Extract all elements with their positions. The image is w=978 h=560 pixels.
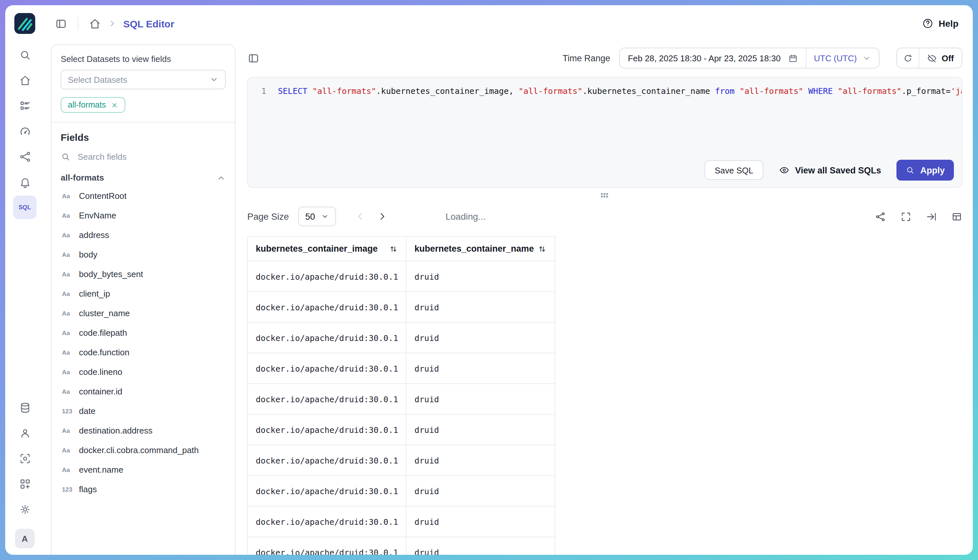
live-off-toggle[interactable]: Off — [919, 48, 962, 68]
field-list-item[interactable]: Aa code.lineno — [61, 362, 226, 382]
table-cell[interactable]: druid — [406, 384, 555, 414]
apps-grid-icon[interactable] — [13, 472, 37, 495]
field-list-item[interactable]: Aa event.name — [61, 460, 226, 479]
field-label: client_ip — [79, 288, 110, 298]
field-list-item[interactable]: Aa code.function — [61, 342, 226, 362]
search-icon[interactable] — [13, 43, 37, 67]
table-cell[interactable]: docker.io/apache/druid:30.0.1 — [247, 353, 406, 384]
chip-close-icon[interactable] — [111, 102, 119, 108]
share-icon[interactable] — [875, 211, 886, 222]
table-cell[interactable]: docker.io/apache/druid:30.0.1 — [247, 322, 406, 353]
select-datasets-dropdown[interactable]: Select Datasets — [61, 70, 226, 89]
table-row[interactable]: docker.io/apache/druid:30.0.1 druid — [247, 384, 555, 414]
database-icon[interactable] — [13, 396, 37, 419]
table-cell[interactable]: docker.io/apache/druid:30.0.1 — [247, 506, 406, 537]
sort-icon[interactable] — [538, 244, 547, 253]
save-sql-button[interactable]: Save SQL — [705, 160, 763, 180]
table-cell[interactable]: docker.io/apache/druid:30.0.1 — [247, 414, 406, 445]
field-list-item[interactable]: Aa code.filepath — [61, 323, 226, 342]
table-cell[interactable]: docker.io/apache/druid:30.0.1 — [247, 475, 406, 506]
table-row[interactable]: docker.io/apache/druid:30.0.1 druid — [247, 445, 555, 475]
sql-code-row[interactable]: 1 SELECT "all-formats".kubernetes_contai… — [248, 78, 962, 97]
page-size-select[interactable]: 50 — [298, 207, 336, 226]
breadcrumb-home-icon[interactable] — [89, 17, 101, 30]
timezone-select[interactable]: UTC (UTC) — [806, 48, 879, 68]
field-label: address — [79, 230, 109, 240]
table-cell[interactable]: druid — [406, 353, 555, 384]
table-cell[interactable]: druid — [406, 292, 555, 322]
view-saved-sqls-button[interactable]: View all Saved SQLs — [775, 164, 885, 176]
table-cell[interactable]: druid — [406, 475, 555, 506]
sql-code-line[interactable]: SELECT "all-formats".kubernetes_containe… — [278, 85, 962, 97]
column-header[interactable]: kubernetes_container_image — [247, 236, 406, 261]
table-row[interactable]: docker.io/apache/druid:30.0.1 druid — [247, 537, 555, 555]
table-row[interactable]: docker.io/apache/druid:30.0.1 druid — [247, 292, 555, 322]
next-page-button[interactable] — [374, 208, 391, 225]
panel-toggle-icon[interactable] — [247, 52, 260, 64]
alerts-bell-icon[interactable] — [13, 170, 37, 193]
gauge-icon[interactable] — [13, 119, 37, 143]
table-row[interactable]: docker.io/apache/druid:30.0.1 druid — [247, 261, 555, 292]
field-list-item[interactable]: Aa destination.address — [61, 420, 226, 440]
table-cell[interactable]: druid — [406, 445, 555, 475]
field-label: body — [79, 249, 97, 259]
table-cell[interactable]: docker.io/apache/druid:30.0.1 — [247, 445, 406, 475]
field-list-item[interactable]: Aa EnvName — [61, 205, 226, 225]
field-list-item[interactable]: Aa cluster_name — [61, 303, 226, 323]
table-cell[interactable]: docker.io/apache/druid:30.0.1 — [247, 292, 406, 322]
fullscreen-icon[interactable] — [900, 211, 911, 222]
settings-gear-icon[interactable] — [13, 497, 37, 521]
field-list-item[interactable]: Aa address — [61, 225, 226, 245]
field-type-icon: Aa — [62, 446, 73, 453]
column-header[interactable]: kubernetes_container_name — [406, 236, 555, 261]
chevron-down-icon — [321, 213, 329, 220]
service-map-icon[interactable] — [13, 145, 37, 168]
apply-button[interactable]: Apply — [897, 160, 954, 181]
table-view-icon[interactable] — [951, 211, 962, 222]
field-list-item[interactable]: Aa body_bytes_sent — [61, 264, 226, 283]
table-cell[interactable]: docker.io/apache/druid:30.0.1 — [247, 537, 406, 555]
table-row[interactable]: docker.io/apache/druid:30.0.1 druid — [247, 353, 555, 384]
parseable-logo[interactable] — [14, 12, 36, 35]
field-list-item[interactable]: Aa client_ip — [61, 283, 226, 303]
scan-icon[interactable] — [13, 447, 37, 470]
table-cell[interactable]: druid — [406, 414, 555, 445]
table-row[interactable]: docker.io/apache/druid:30.0.1 druid — [247, 414, 555, 445]
refresh-icon[interactable] — [897, 48, 919, 68]
home-icon[interactable] — [13, 68, 37, 92]
panel-resize-handle[interactable] — [247, 193, 962, 198]
user-icon[interactable] — [13, 421, 37, 445]
field-list-item[interactable]: Aa body — [61, 245, 226, 264]
table-row[interactable]: docker.io/apache/druid:30.0.1 druid — [247, 506, 555, 537]
field-list-item[interactable]: Aa ContentRoot — [61, 186, 226, 205]
line-number: 1 — [248, 85, 278, 97]
field-list-item[interactable]: 123 flags — [61, 479, 226, 499]
field-list-item[interactable]: Aa docker.cli.cobra.command_path — [61, 440, 226, 460]
field-group-header[interactable]: all-formats — [61, 173, 226, 183]
prev-page-button[interactable] — [352, 208, 369, 225]
chevron-left-icon — [355, 211, 365, 222]
table-cell[interactable]: docker.io/apache/druid:30.0.1 — [247, 384, 406, 414]
table-cell[interactable]: druid — [406, 261, 555, 292]
field-label: EnvName — [79, 210, 116, 220]
help-button[interactable]: Help — [921, 18, 958, 29]
table-cell[interactable]: docker.io/apache/druid:30.0.1 — [247, 261, 406, 292]
dataset-chip[interactable]: all-formats — [61, 97, 125, 113]
date-range-button[interactable]: Feb 28, 2025 18:30 - Apr 23, 2025 18:30 — [620, 48, 806, 68]
explorer-list-icon[interactable] — [13, 94, 37, 117]
table-cell[interactable]: druid — [406, 537, 555, 555]
table-row[interactable]: docker.io/apache/druid:30.0.1 druid — [247, 322, 555, 353]
table-cell[interactable]: druid — [406, 506, 555, 537]
sidebar-toggle-icon[interactable] — [55, 17, 67, 30]
sort-icon[interactable] — [389, 244, 398, 253]
search-fields-input[interactable] — [76, 151, 226, 162]
user-avatar[interactable]: A — [15, 529, 35, 548]
field-type-icon: Aa — [62, 427, 73, 434]
sql-editor-icon[interactable]: SQL — [13, 195, 37, 219]
table-row[interactable]: docker.io/apache/druid:30.0.1 druid — [247, 475, 555, 506]
field-list-item[interactable]: 123 date — [61, 401, 226, 420]
expand-right-icon[interactable] — [926, 211, 937, 222]
table-cell[interactable]: druid — [406, 322, 555, 353]
field-group-name: all-formats — [61, 173, 104, 183]
field-list-item[interactable]: Aa container.id — [61, 382, 226, 401]
